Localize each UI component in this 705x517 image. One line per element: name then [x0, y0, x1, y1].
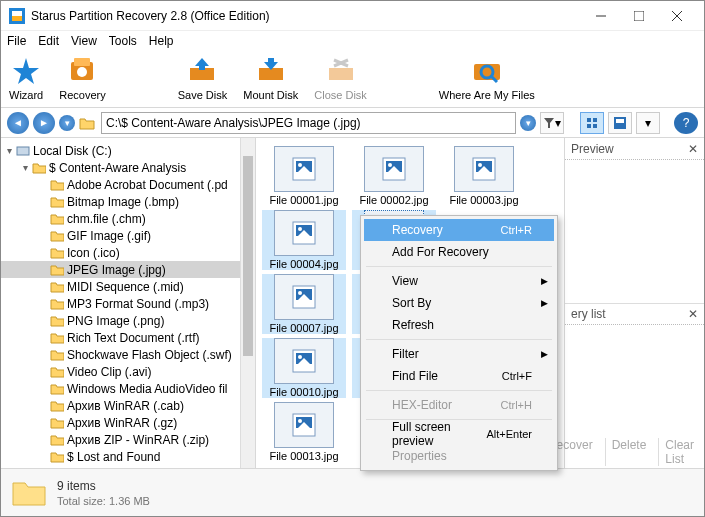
ctx-add-recovery[interactable]: Add For Recovery [364, 241, 554, 263]
wizard-icon [10, 55, 42, 87]
svg-rect-2 [12, 16, 22, 21]
tree-analysis[interactable]: ▾ $ Content-Aware Analysis [1, 159, 255, 176]
view-options-button[interactable]: ▾ [636, 112, 660, 134]
filter-button[interactable]: ▾ [540, 112, 564, 134]
tree-item[interactable]: $ Lost and Found [1, 448, 255, 465]
svg-point-33 [298, 163, 302, 167]
file-thumb-icon [274, 402, 334, 448]
recovery-list-header: ery list ✕ [565, 303, 704, 325]
tree-item[interactable]: Icon (.ico) [1, 244, 255, 261]
status-items: 9 items [57, 479, 150, 493]
folder-icon [49, 348, 65, 362]
file-item[interactable]: File 00001.jpg [262, 146, 346, 206]
tree-item[interactable]: Архив ZIP - WinRAR (.zip) [1, 431, 255, 448]
file-name: File 00001.jpg [269, 194, 338, 206]
svg-point-61 [298, 355, 302, 359]
tree-item[interactable]: Архив WinRAR (.gz) [1, 414, 255, 431]
menu-help[interactable]: Help [149, 34, 174, 48]
view-save-button[interactable] [608, 112, 632, 134]
tree-item[interactable]: Shockwave Flash Object (.swf) [1, 346, 255, 363]
folder-icon [49, 297, 65, 311]
tree-item[interactable]: MIDI Sequence (.mid) [1, 278, 255, 295]
status-bar: 9 items Total size: 1.36 MB [1, 468, 704, 516]
view-icons-button[interactable] [580, 112, 604, 134]
tree-item[interactable]: Windows Media AudioVideo fil [1, 380, 255, 397]
address-input[interactable] [101, 112, 516, 134]
svg-point-45 [298, 227, 302, 231]
menu-file[interactable]: File [7, 34, 26, 48]
tool-close-disk: Close Disk [314, 55, 367, 101]
toolbar: Wizard Recovery Save Disk Mount Disk Clo… [1, 51, 704, 108]
file-name: File 00010.jpg [269, 386, 338, 398]
tree-item[interactable]: GIF Image (.gif) [1, 227, 255, 244]
file-thumb-icon [274, 274, 334, 320]
clear-list-button[interactable]: Clear List [658, 438, 700, 466]
ctx-find-file[interactable]: Find FileCtrl+F [364, 365, 554, 387]
svg-point-53 [298, 291, 302, 295]
tree-item[interactable]: chm.file (.chm) [1, 210, 255, 227]
tree-item[interactable]: Adobe Acrobat Document (.pd [1, 176, 255, 193]
ctx-fullscreen-preview[interactable]: Full screen previewAlt+Enter [364, 423, 554, 445]
minimize-button[interactable] [582, 2, 620, 30]
file-item[interactable]: File 00010.jpg [262, 338, 346, 398]
folder-icon [49, 416, 65, 430]
file-name: File 00004.jpg [269, 258, 338, 270]
file-item[interactable]: File 00002.jpg [352, 146, 436, 206]
folder-icon [49, 382, 65, 396]
file-item[interactable]: File 00013.jpg [262, 402, 346, 462]
tree-scrollbar[interactable] [240, 138, 255, 468]
folder-icon [49, 263, 65, 277]
tree-item[interactable]: Video Clip (.avi) [1, 363, 255, 380]
ctx-filter[interactable]: Filter▶ [364, 343, 554, 365]
help-button[interactable]: ? [674, 112, 698, 134]
file-name: File 00003.jpg [449, 194, 518, 206]
folder-tree[interactable]: ▾ Local Disk (C:) ▾ $ Content-Aware Anal… [1, 138, 256, 468]
ctx-recovery[interactable]: RecoveryCtrl+R [364, 219, 554, 241]
file-thumb-icon [454, 146, 514, 192]
address-dropdown[interactable]: ▾ [520, 115, 536, 131]
menu-view[interactable]: View [71, 34, 97, 48]
tool-wizard[interactable]: Wizard [9, 55, 43, 101]
folder-icon [49, 399, 65, 413]
ctx-sort-by[interactable]: Sort By▶ [364, 292, 554, 314]
menu-edit[interactable]: Edit [38, 34, 59, 48]
ctx-view[interactable]: View▶ [364, 270, 554, 292]
menu-tools[interactable]: Tools [109, 34, 137, 48]
close-disk-icon [325, 55, 357, 87]
file-thumb-icon [274, 210, 334, 256]
file-item[interactable]: File 00003.jpg [442, 146, 526, 206]
ctx-refresh[interactable]: Refresh [364, 314, 554, 336]
nav-forward-button[interactable]: ► [33, 112, 55, 134]
tree-item[interactable]: JPEG Image (.jpg) [1, 261, 255, 278]
tree-item[interactable]: MP3 Format Sound (.mp3) [1, 295, 255, 312]
nav-dropdown-button[interactable]: ▾ [59, 115, 75, 131]
maximize-button[interactable] [620, 2, 658, 30]
folder-icon [49, 365, 65, 379]
tree-item[interactable]: Bitmap Image (.bmp) [1, 193, 255, 210]
close-button[interactable] [658, 2, 696, 30]
file-name: File 00002.jpg [359, 194, 428, 206]
folder-icon [49, 450, 65, 464]
folder-icon [49, 195, 65, 209]
preview-close-button[interactable]: ✕ [688, 142, 698, 156]
folder-icon [49, 178, 65, 192]
tool-where-files[interactable]: Where Are My Files [439, 55, 535, 101]
preview-panel-header: Preview ✕ [565, 138, 704, 160]
tree-item[interactable]: Архив WinRAR (.cab) [1, 397, 255, 414]
tool-mount-disk[interactable]: Mount Disk [243, 55, 298, 101]
tool-recovery[interactable]: Recovery [59, 55, 105, 101]
mount-disk-icon [255, 55, 287, 87]
svg-rect-16 [268, 58, 274, 64]
right-panel: Preview ✕ ery list ✕ Recover Delete Clea… [564, 138, 704, 468]
tool-save-disk[interactable]: Save Disk [178, 55, 228, 101]
tree-item[interactable]: Rich Text Document (.rtf) [1, 329, 255, 346]
file-item[interactable]: File 00004.jpg [262, 210, 346, 270]
tree-item[interactable]: PNG Image (.png) [1, 312, 255, 329]
recovery-list-close-button[interactable]: ✕ [688, 307, 698, 321]
tree-root[interactable]: ▾ Local Disk (C:) [1, 142, 255, 159]
delete-button[interactable]: Delete [605, 438, 653, 466]
file-thumb-icon [274, 146, 334, 192]
folder-icon [49, 229, 65, 243]
nav-back-button[interactable]: ◄ [7, 112, 29, 134]
file-item[interactable]: File 00007.jpg [262, 274, 346, 334]
